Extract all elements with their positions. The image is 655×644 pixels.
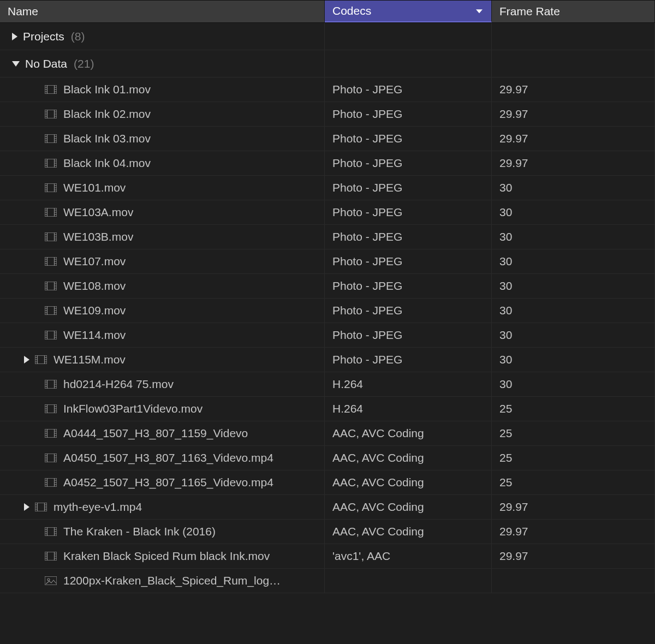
codec-value: Photo - JPEG xyxy=(332,329,402,342)
table-row[interactable]: WE101.movPhoto - JPEG30 xyxy=(0,176,655,200)
clip-name: WE109.mov xyxy=(63,304,126,317)
clip-name: Black Ink 01.mov xyxy=(63,83,151,96)
table-row[interactable]: A0452_1507_H3_807_1165_Videvo.mp4AAC, AV… xyxy=(0,470,655,495)
cell-framerate xyxy=(492,569,655,593)
clip-name: WE103A.mov xyxy=(63,206,133,219)
framerate-value: 30 xyxy=(499,230,512,243)
film-icon xyxy=(45,454,57,462)
clip-name: WE114.mov xyxy=(63,329,126,342)
codec-value: AAC, AVC Coding xyxy=(332,500,424,514)
clip-name: Black Ink 02.mov xyxy=(63,108,151,121)
film-icon xyxy=(45,552,57,560)
film-icon xyxy=(45,159,57,168)
film-icon xyxy=(45,404,57,413)
cell-name: A0444_1507_H3_807_1159_Videvo xyxy=(0,421,325,445)
codec-value: H.264 xyxy=(332,378,363,391)
clip-name: WE115M.mov xyxy=(53,353,126,366)
framerate-value: 29.97 xyxy=(499,132,528,145)
framerate-value: 30 xyxy=(499,206,512,219)
codec-value: Photo - JPEG xyxy=(332,206,402,219)
cell-framerate: 30 xyxy=(492,176,655,200)
table-row[interactable]: WE108.movPhoto - JPEG30 xyxy=(0,274,655,299)
codec-value: Photo - JPEG xyxy=(332,304,402,317)
codec-value: AAC, AVC Coding xyxy=(332,525,424,538)
cell-name: myth-eye-v1.mp4 xyxy=(0,495,325,519)
table-row[interactable]: WE115M.movPhoto - JPEG30 xyxy=(0,348,655,372)
film-icon xyxy=(45,257,57,266)
cell-framerate: 29.97 xyxy=(492,77,655,102)
disclosure-right-icon[interactable] xyxy=(24,503,29,511)
group-count: (8) xyxy=(71,30,85,43)
film-icon xyxy=(45,306,57,315)
column-header-name[interactable]: Name xyxy=(0,1,325,22)
clip-name: myth-eye-v1.mp4 xyxy=(53,500,142,514)
cell-framerate: 30 xyxy=(492,225,655,249)
cell-framerate: 25 xyxy=(492,470,655,494)
table-row[interactable]: 1200px-Kraken_Black_Spiced_Rum_log… xyxy=(0,569,655,593)
group-row-projects[interactable]: Projects (8) xyxy=(0,23,655,50)
cell-framerate: 29.97 xyxy=(492,151,655,175)
disclosure-down-icon[interactable] xyxy=(12,61,20,67)
media-browser-list: Name Codecs Frame Rate Projects (8) xyxy=(0,0,655,644)
clip-name: WE108.mov xyxy=(63,279,126,293)
cell-name: Kraken Black Spiced Rum black Ink.mov xyxy=(0,544,325,568)
cell-framerate: 29.97 xyxy=(492,127,655,151)
cell-name: Black Ink 03.mov xyxy=(0,127,325,151)
film-icon xyxy=(35,355,47,364)
cell-codec: AAC, AVC Coding xyxy=(325,495,492,519)
cell-codec: Photo - JPEG xyxy=(325,151,492,175)
column-header-codecs[interactable]: Codecs xyxy=(325,1,492,22)
cell-codec: Photo - JPEG xyxy=(325,299,492,323)
disclosure-right-icon[interactable] xyxy=(24,356,29,363)
cell-framerate: 30 xyxy=(492,323,655,347)
framerate-value: 30 xyxy=(499,304,512,317)
cell-name: WE109.mov xyxy=(0,299,325,323)
film-icon xyxy=(45,429,57,438)
table-row[interactable]: The Kraken - Black Ink (2016)AAC, AVC Co… xyxy=(0,520,655,544)
framerate-value: 25 xyxy=(499,427,512,440)
framerate-value: 29.97 xyxy=(499,500,528,514)
table-row[interactable]: hd0214-H264 75.movH.26430 xyxy=(0,372,655,397)
cell-framerate: 25 xyxy=(492,421,655,445)
cell-framerate: 30 xyxy=(492,372,655,396)
column-header-name-label: Name xyxy=(8,5,38,18)
table-row[interactable]: Kraken Black Spiced Rum black Ink.mov'av… xyxy=(0,544,655,569)
clip-name: WE103B.mov xyxy=(63,230,133,243)
table-row[interactable]: Black Ink 03.movPhoto - JPEG29.97 xyxy=(0,127,655,151)
codec-value: Photo - JPEG xyxy=(332,279,402,293)
cell-name: WE115M.mov xyxy=(0,348,325,372)
framerate-value: 29.97 xyxy=(499,108,528,121)
cell-framerate: 30 xyxy=(492,299,655,323)
group-title: Projects xyxy=(23,30,64,43)
cell-codec: H.264 xyxy=(325,397,492,421)
clip-name: Black Ink 03.mov xyxy=(63,132,151,145)
cell-name: InkFlow03Part1Videvo.mov xyxy=(0,397,325,421)
table-row[interactable]: Black Ink 02.movPhoto - JPEG29.97 xyxy=(0,102,655,127)
table-row[interactable]: Black Ink 04.movPhoto - JPEG29.97 xyxy=(0,151,655,176)
clip-name: Kraken Black Spiced Rum black Ink.mov xyxy=(63,550,270,563)
film-icon xyxy=(45,232,57,241)
disclosure-right-icon[interactable] xyxy=(12,33,17,40)
table-row[interactable]: A0450_1507_H3_807_1163_Videvo.mp4AAC, AV… xyxy=(0,446,655,470)
table-row[interactable]: myth-eye-v1.mp4AAC, AVC Coding29.97 xyxy=(0,495,655,520)
cell-codec: Photo - JPEG xyxy=(325,77,492,102)
cell-name: Black Ink 01.mov xyxy=(0,77,325,102)
clip-name: A0452_1507_H3_807_1165_Videvo.mp4 xyxy=(63,476,273,489)
table-row[interactable]: A0444_1507_H3_807_1159_VidevoAAC, AVC Co… xyxy=(0,421,655,446)
table-row[interactable]: Black Ink 01.movPhoto - JPEG29.97 xyxy=(0,77,655,102)
film-icon xyxy=(45,527,57,536)
clip-name: WE101.mov xyxy=(63,181,126,194)
table-row[interactable]: WE103A.movPhoto - JPEG30 xyxy=(0,200,655,225)
table-row[interactable]: InkFlow03Part1Videvo.movH.26425 xyxy=(0,397,655,421)
film-icon xyxy=(45,380,57,389)
group-row-nodata[interactable]: No Data (21) xyxy=(0,50,655,77)
table-row[interactable]: WE114.movPhoto - JPEG30 xyxy=(0,323,655,348)
table-row[interactable]: WE109.movPhoto - JPEG30 xyxy=(0,299,655,323)
clip-name: A0444_1507_H3_807_1159_Videvo xyxy=(63,427,248,440)
table-row[interactable]: WE107.movPhoto - JPEG30 xyxy=(0,249,655,274)
column-header-framerate[interactable]: Frame Rate xyxy=(492,1,655,22)
cell-name: WE108.mov xyxy=(0,274,325,298)
film-icon xyxy=(45,85,57,94)
table-row[interactable]: WE103B.movPhoto - JPEG30 xyxy=(0,225,655,249)
codec-value: Photo - JPEG xyxy=(332,255,402,268)
